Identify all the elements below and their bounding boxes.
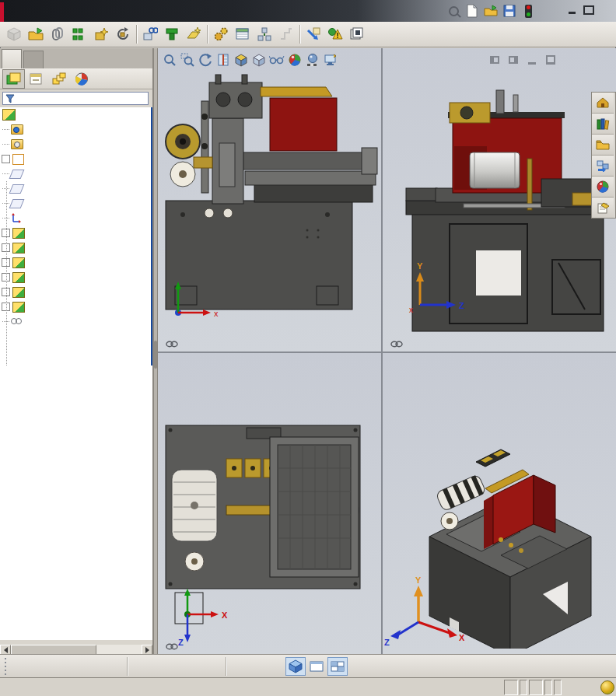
zoom-area-button[interactable] — [179, 51, 196, 69]
perpendicular-tool-button[interactable] — [186, 657, 205, 676]
tree-item-component-table[interactable] — [0, 240, 152, 255]
doc-minimize-button[interactable] — [525, 54, 538, 65]
edit-appearance-button[interactable] — [286, 51, 303, 69]
tree-item-top-plane[interactable] — [0, 181, 152, 196]
explode-line-sketch-button[interactable] — [275, 23, 297, 45]
tree-item-right-plane[interactable] — [0, 196, 152, 211]
four-pane-button[interactable] — [327, 657, 348, 676]
scrollbar-track[interactable] — [96, 645, 142, 654]
line-tool-button[interactable] — [50, 657, 68, 676]
open-document-button[interactable] — [482, 2, 499, 19]
take-snapshot-button[interactable] — [346, 23, 368, 45]
display-manager-tab[interactable] — [70, 69, 93, 89]
grid-tool-button[interactable] — [247, 657, 266, 676]
viewport-top[interactable]: X Z — [158, 353, 381, 654]
tree-item-sensors[interactable] — [0, 137, 152, 152]
mate-button[interactable] — [47, 23, 68, 45]
tree-item-history[interactable] — [0, 122, 152, 137]
viewport-front[interactable]: x — [158, 48, 381, 351]
interference-detection-button[interactable] — [303, 23, 324, 45]
hide-show-items-button[interactable] — [268, 51, 285, 69]
doc-close-button[interactable] — [562, 54, 576, 65]
assembly-features-button[interactable] — [161, 23, 183, 45]
tree-item-component-roller[interactable] — [0, 299, 152, 314]
bill-of-materials-button[interactable] — [232, 23, 254, 45]
feature-manager-tab[interactable] — [2, 69, 25, 89]
angle-tool-button[interactable] — [106, 657, 124, 676]
circle-tool-button[interactable] — [31, 657, 50, 676]
search-icon[interactable] — [445, 2, 462, 19]
pane-left-button[interactable] — [488, 54, 501, 65]
previous-view-button[interactable] — [197, 51, 214, 69]
polygon-tool-button[interactable] — [68, 657, 87, 676]
panel-horizontal-scrollbar[interactable] — [0, 645, 152, 654]
new-motion-study-button[interactable] — [210, 23, 232, 45]
viewport-left[interactable]: Y Z x — [383, 48, 616, 351]
menu-view[interactable] — [156, 0, 176, 22]
menu-file[interactable] — [115, 0, 135, 22]
section-view-button[interactable] — [215, 51, 232, 69]
construction-tool-button[interactable] — [205, 657, 223, 676]
minimize-button[interactable] — [565, 4, 579, 16]
property-manager-tab[interactable] — [25, 69, 47, 89]
view-orientation-button[interactable] — [233, 51, 250, 69]
three-point-arc-tool-button[interactable] — [149, 657, 167, 676]
viewport-isometric[interactable]: Y X Z — [383, 353, 616, 654]
reference-geometry-button[interactable] — [183, 23, 205, 45]
appearances-button[interactable] — [592, 177, 614, 198]
menu-tools[interactable] — [196, 0, 216, 22]
custom-properties-button[interactable] — [592, 198, 614, 218]
insert-components-button[interactable] — [3, 23, 25, 45]
toolbar-drag-handle[interactable] — [3, 658, 8, 675]
viewport-divider-horizontal[interactable] — [158, 351, 616, 353]
menu-edit[interactable] — [135, 0, 156, 22]
linear-component-pattern-button[interactable] — [68, 23, 90, 45]
simulation-advisor-button[interactable] — [324, 23, 346, 45]
resource-monitor-icon[interactable] — [600, 680, 614, 694]
menu-help[interactable] — [236, 0, 257, 22]
apply-scene-button[interactable] — [304, 51, 321, 69]
tree-item-component-bed[interactable] — [0, 226, 152, 240]
save-button[interactable] — [501, 2, 518, 19]
tree-item-mates[interactable] — [0, 314, 152, 329]
splitter-handle[interactable] — [154, 341, 157, 369]
open-part-button[interactable] — [25, 23, 47, 45]
help-button[interactable] — [538, 2, 555, 19]
trim-tool-button[interactable] — [87, 657, 106, 676]
new-document-button[interactable] — [464, 2, 481, 19]
pane-right-button[interactable] — [506, 54, 520, 65]
triangle-tool-button[interactable] — [266, 657, 285, 676]
parallel-tool-button[interactable] — [167, 657, 186, 676]
tree-item-front-plane[interactable] — [0, 166, 152, 181]
file-explorer-button[interactable] — [592, 135, 614, 156]
restore-button[interactable] — [582, 4, 596, 16]
menu-insert[interactable] — [176, 0, 196, 22]
tree-item-component-74a[interactable] — [0, 270, 152, 285]
zoom-fit-button[interactable] — [161, 51, 178, 69]
expand-icon[interactable] — [2, 155, 10, 163]
shaded-view-button[interactable] — [285, 657, 306, 676]
tree-item-component-wireframe[interactable] — [0, 255, 152, 270]
smart-fasteners-button[interactable] — [90, 23, 112, 45]
tab-sketch[interactable] — [23, 51, 44, 68]
exploded-view-button[interactable] — [254, 23, 275, 45]
tree-item-annotations[interactable] — [0, 152, 152, 166]
single-pane-button[interactable] — [307, 658, 326, 675]
close-button[interactable] — [599, 4, 613, 16]
tree-item-component-74b[interactable] — [0, 285, 152, 299]
design-library-button[interactable] — [592, 114, 614, 135]
tree-root[interactable] — [0, 107, 152, 122]
view-settings-button[interactable] — [322, 51, 339, 69]
configuration-manager-tab[interactable] — [47, 69, 70, 89]
point-tool-button[interactable] — [12, 657, 31, 676]
dimension-tool-button[interactable] — [229, 657, 247, 676]
menu-window[interactable] — [216, 0, 236, 22]
tree-item-origin[interactable] — [0, 211, 152, 226]
move-component-button[interactable] — [112, 23, 134, 45]
rebuild-traffic-light-button[interactable] — [520, 2, 537, 19]
view-palette-button[interactable] — [592, 156, 614, 177]
tab-assembly[interactable] — [2, 49, 22, 68]
tree-filter-input[interactable] — [2, 92, 149, 105]
show-hidden-components-button[interactable] — [139, 23, 161, 45]
display-style-button[interactable] — [250, 51, 268, 69]
